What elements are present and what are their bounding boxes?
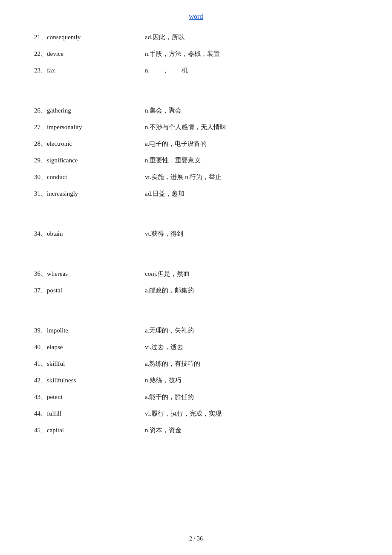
list-item: 29、significance n.重要性，重要意义 — [34, 152, 358, 169]
list-item: 31、increasingly ad.日益，愈加 — [34, 185, 358, 202]
entry-definition: vi.履行，执行，完成，实现 — [145, 408, 222, 419]
entry-num: 45、 — [34, 427, 47, 434]
entry-word: skillfulness — [47, 377, 76, 384]
list-item: 42、skillfulness n.熟练，技巧 — [34, 372, 358, 389]
entry-word: consequently — [47, 34, 81, 40]
entry-word: skillful — [47, 360, 65, 367]
num-word: 39、impolite — [34, 325, 145, 336]
list-item: 41、skillful a.熟练的，有技巧的 — [34, 356, 358, 372]
list-item: 30、conduct vt.实施，进展 n.行为，举止 — [34, 169, 358, 185]
entry-num: 28、 — [34, 140, 47, 147]
num-word: 44、fulfill — [34, 408, 145, 419]
word-group-4: 36、whereas conj.但是，然而 37、postal a.邮政的，邮集… — [34, 266, 358, 299]
list-item: 40、elapse vi.过去，逝去 — [34, 339, 358, 356]
list-item: 23、fax n. ， 机 — [34, 62, 358, 79]
entry-definition: conj.但是，然而 — [145, 268, 190, 280]
title-link[interactable]: word — [189, 13, 203, 20]
word-group-3: 34、obtain vt.获得，得到 — [34, 225, 358, 242]
entry-num: 37、 — [34, 287, 47, 294]
entry-num: 34、 — [34, 230, 47, 237]
list-item: 34、obtain vt.获得，得到 — [34, 225, 358, 242]
page-title: word — [0, 0, 392, 29]
entry-num: 27、 — [34, 124, 47, 130]
list-item: 37、postal a.邮政的，邮集的 — [34, 282, 358, 299]
num-word: 34、obtain — [34, 228, 145, 240]
entry-definition: n.重要性，重要意义 — [145, 155, 201, 166]
list-item: 43、petent a.能干的，胜任的 — [34, 389, 358, 405]
entry-num: 31、 — [34, 190, 47, 197]
entry-definition: a.能干的，胜任的 — [145, 391, 194, 403]
entry-definition: vi.过去，逝去 — [145, 341, 183, 353]
entry-definition: ad.日益，愈加 — [145, 188, 184, 199]
page-footer: 2 / 36 — [0, 535, 392, 542]
entry-word: electronic — [47, 140, 72, 147]
num-word: 36、whereas — [34, 268, 145, 280]
entry-num: 23、 — [34, 67, 47, 74]
word-group-5: 39、impolite a.无理的，失礼的 40、elapse vi.过去，逝去… — [34, 322, 358, 439]
num-word: 31、increasingly — [34, 188, 145, 199]
entry-num: 22、 — [34, 50, 47, 57]
entry-word: capital — [47, 427, 64, 434]
list-item: 28、electronic a.电子的，电子设备的 — [34, 136, 358, 152]
entry-definition: vt.实施，进展 n.行为，举止 — [145, 171, 222, 183]
entry-definition: n.不涉与个人感情，无人情味 — [145, 121, 226, 133]
num-word: 37、postal — [34, 285, 145, 296]
entry-num: 44、 — [34, 410, 47, 417]
num-word: 21、consequently — [34, 32, 145, 43]
entry-word: fax — [47, 67, 55, 74]
entry-word: whereas — [47, 270, 68, 277]
list-item: 27、impersonality n.不涉与个人感情，无人情味 — [34, 119, 358, 136]
entry-word: obtain — [47, 230, 63, 237]
num-word: 28、electronic — [34, 138, 145, 150]
entry-word: conduct — [47, 173, 67, 180]
entry-word: impolite — [47, 327, 68, 334]
entry-definition: a.电子的，电子设备的 — [145, 138, 207, 150]
num-word: 29、significance — [34, 155, 145, 166]
entry-num: 26、 — [34, 107, 47, 114]
num-word: 22、device — [34, 48, 145, 60]
entry-num: 42、 — [34, 377, 47, 384]
num-word: 26、gathering — [34, 105, 145, 116]
entry-definition: vt.获得，得到 — [145, 228, 183, 240]
spacer — [34, 79, 358, 102]
entry-num: 41、 — [34, 360, 47, 367]
entry-definition: n.集会，聚会 — [145, 105, 182, 116]
page-number: 2 / 36 — [189, 535, 203, 542]
entry-num: 43、 — [34, 393, 47, 400]
entry-word: postal — [47, 287, 62, 294]
num-word: 30、conduct — [34, 171, 145, 183]
word-group-1: 21、consequently ad.因此，所以 22、device n.手段，… — [34, 29, 358, 79]
list-item: 22、device n.手段，方法，器械，装置 — [34, 46, 358, 62]
entry-definition: n. ， 机 — [145, 65, 188, 76]
word-list: 21、consequently ad.因此，所以 22、device n.手段，… — [0, 29, 392, 439]
entry-definition: a.熟练的，有技巧的 — [145, 358, 200, 370]
num-word: 41、skillful — [34, 358, 145, 370]
entry-num: 39、 — [34, 327, 47, 334]
word-group-2: 26、gathering n.集会，聚会 27、impersonality n.… — [34, 102, 358, 202]
entry-word: significance — [47, 157, 78, 164]
entry-word: fulfill — [47, 410, 61, 417]
entry-definition: n.手段，方法，器械，装置 — [145, 48, 220, 60]
spacer — [34, 202, 358, 225]
list-item: 39、impolite a.无理的，失礼的 — [34, 322, 358, 339]
entry-word: gathering — [47, 107, 71, 114]
entry-definition: ad.因此，所以 — [145, 32, 184, 43]
entry-word: impersonality — [47, 124, 82, 130]
entry-definition: a.邮政的，邮集的 — [145, 285, 194, 296]
list-item: 44、fulfill vi.履行，执行，完成，实现 — [34, 405, 358, 422]
entry-word: petent — [47, 393, 63, 400]
entry-word: elapse — [47, 344, 63, 350]
entry-num: 30、 — [34, 173, 47, 180]
num-word: 23、fax — [34, 65, 145, 76]
entry-num: 40、 — [34, 344, 47, 350]
entry-num: 21、 — [34, 34, 47, 40]
list-item: 21、consequently ad.因此，所以 — [34, 29, 358, 46]
entry-definition: n.资本，资金 — [145, 425, 182, 436]
entry-num: 29、 — [34, 157, 47, 164]
entry-definition: a.无理的，失礼的 — [145, 325, 194, 336]
num-word: 27、impersonality — [34, 121, 145, 133]
entry-word: device — [47, 50, 63, 57]
num-word: 40、elapse — [34, 341, 145, 353]
list-item: 26、gathering n.集会，聚会 — [34, 102, 358, 119]
list-item: 45、capital n.资本，资金 — [34, 422, 358, 439]
